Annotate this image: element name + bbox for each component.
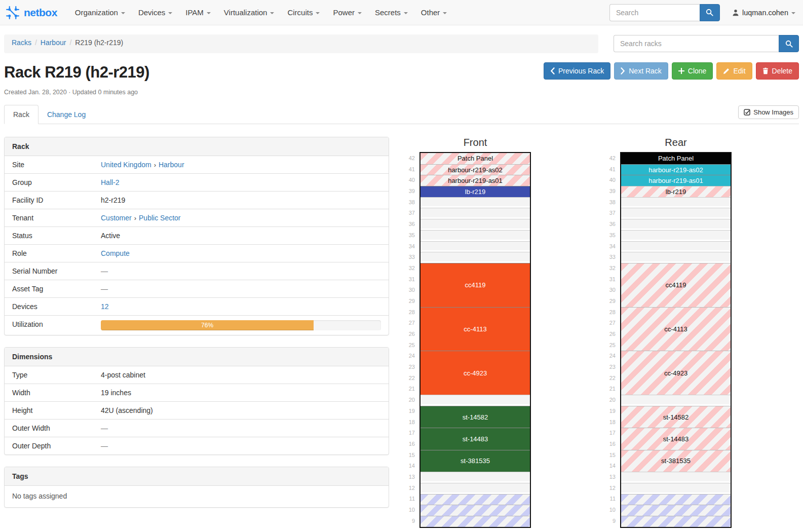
device-cc4119-u32[interactable]: cc4119 — [621, 263, 731, 307]
unit-number: 42 — [605, 153, 620, 164]
attr-value: 42U (ascending) — [101, 402, 389, 419]
device-cc-4113-u28[interactable]: cc-4113 — [420, 307, 530, 351]
reserved-unit-9[interactable] — [420, 516, 530, 527]
link-hall-2[interactable]: Hall-2 — [101, 178, 120, 186]
unit-number: 10 — [605, 505, 620, 516]
device-cc4119-u32[interactable]: cc4119 — [420, 263, 530, 307]
device-cc-4113-u28[interactable]: cc-4113 — [621, 307, 731, 351]
device-lb-r219-u39[interactable]: lb-r219 — [621, 186, 731, 197]
global-search-input[interactable] — [609, 4, 700, 21]
device-st-14483-u17[interactable]: st-14483 — [621, 428, 731, 449]
tags-empty-text: No tags assigned — [5, 486, 389, 507]
empty-unit-34 — [420, 241, 530, 252]
device-cc-4923-u24[interactable]: cc-4923 — [621, 351, 731, 395]
tags-panel-title: Tags — [5, 467, 389, 486]
device-harbour-r219-as02-u41[interactable]: harbour-r219-as02 — [621, 164, 731, 175]
unit-number: 28 — [605, 307, 620, 318]
show-images-button[interactable]: Show Images — [738, 105, 799, 119]
unit-number: 26 — [605, 329, 620, 340]
device-harbour-r219-as01-u40[interactable]: harbour-r219-as01 — [420, 175, 530, 186]
trash-icon — [762, 67, 769, 74]
unit-number: 33 — [404, 252, 419, 263]
attr-row-height: Height42U (ascending) — [5, 401, 389, 419]
empty-unit-13 — [420, 472, 530, 483]
device-st-14483-u17[interactable]: st-14483 — [420, 428, 530, 449]
device-label: Patch Panel — [457, 155, 493, 162]
unit-number: 41 — [404, 164, 419, 175]
device-st-381535-u15[interactable]: st-381535 — [420, 450, 530, 472]
unit-number: 33 — [605, 252, 620, 263]
tab-change-log[interactable]: Change Log — [39, 105, 94, 124]
device-patch-panel-u42[interactable]: Patch Panel — [420, 153, 530, 164]
device-harbour-r219-as01-u40[interactable]: harbour-r219-as01 — [621, 175, 731, 186]
rack-panel-body: SiteUnited Kingdom›HarbourGroupHall-2Fac… — [5, 156, 389, 335]
page-actions: Previous Rack Next Rack Clone Edit — [544, 62, 799, 80]
device-cc-4923-u24[interactable]: cc-4923 — [420, 351, 530, 395]
unit-number: 41 — [605, 164, 620, 175]
unit-number: 27 — [605, 318, 620, 329]
unit-number: 22 — [404, 373, 419, 384]
chevron-down-icon — [121, 12, 125, 14]
attr-row-outer-width: Outer Width— — [5, 419, 389, 437]
nav-menu-ipam[interactable]: IPAM — [179, 0, 217, 25]
rack-search-button[interactable] — [779, 35, 799, 52]
attr-value: h2-r219 — [101, 192, 389, 209]
nav-menu-circuits[interactable]: Circuits — [281, 0, 326, 25]
device-st-14582-u19[interactable]: st-14582 — [621, 406, 731, 428]
unit-number: 11 — [605, 493, 620, 505]
breadcrumb-item-racks[interactable]: Racks — [12, 39, 31, 47]
device-st-381535-u15[interactable]: st-381535 — [621, 450, 731, 472]
unit-number: 31 — [605, 274, 620, 285]
device-label: cc-4923 — [664, 369, 687, 377]
angle-right-icon: › — [134, 214, 136, 222]
edit-button[interactable]: Edit — [716, 62, 752, 80]
device-label: cc4119 — [666, 281, 686, 289]
next-rack-button[interactable]: Next Rack — [614, 62, 668, 80]
tab-rack[interactable]: Rack — [4, 105, 39, 124]
reserved-unit-10[interactable] — [621, 505, 731, 516]
link-united-kingdom[interactable]: United Kingdom — [101, 161, 151, 169]
unit-number: 15 — [605, 450, 620, 461]
reserved-unit-9[interactable] — [621, 516, 731, 527]
link-public-sector[interactable]: Public Sector — [139, 214, 180, 222]
attr-value: 76% — [101, 316, 389, 335]
nav-menu-organization[interactable]: Organization — [68, 0, 132, 25]
rack-search-input[interactable] — [614, 35, 779, 52]
user-menu[interactable]: luqman.cohen — [732, 9, 795, 17]
reserved-unit-11[interactable] — [621, 494, 731, 505]
breadcrumb-item-harbour[interactable]: Harbour — [41, 39, 66, 47]
clone-button[interactable]: Clone — [672, 62, 713, 80]
chevron-down-icon — [358, 12, 362, 14]
device-st-14582-u19[interactable]: st-14582 — [420, 406, 530, 428]
link-harbour[interactable]: Harbour — [159, 161, 184, 169]
nav-menu-virtualization[interactable]: Virtualization — [217, 0, 281, 25]
nav-menu-secrets[interactable]: Secrets — [368, 0, 414, 25]
previous-rack-button[interactable]: Previous Rack — [544, 62, 610, 80]
empty-unit-35 — [621, 230, 731, 241]
front-rack: Patch Panelharbour-r219-as02harbour-r219… — [419, 152, 531, 528]
reserved-unit-11[interactable] — [420, 494, 530, 505]
unit-number: 27 — [404, 318, 419, 329]
empty-unit-20 — [420, 395, 530, 406]
nav-menu-devices[interactable]: Devices — [132, 0, 179, 25]
chevron-down-icon — [207, 12, 211, 14]
link-customer[interactable]: Customer — [101, 214, 132, 222]
breadcrumb-separator: / — [35, 39, 37, 47]
device-label: st-14582 — [463, 413, 488, 421]
link-compute[interactable]: Compute — [101, 249, 130, 257]
netbox-brand[interactable]: netbox — [5, 5, 57, 20]
device-harbour-r219-as02-u41[interactable]: harbour-r219-as02 — [420, 164, 530, 175]
delete-button[interactable]: Delete — [756, 62, 799, 80]
unit-number: 10 — [404, 505, 419, 516]
nav-menu-power[interactable]: Power — [326, 0, 368, 25]
link-12[interactable]: 12 — [101, 302, 109, 311]
device-lb-r219-u39[interactable]: lb-r219 — [420, 186, 530, 197]
netbox-logo-icon — [5, 5, 20, 20]
global-search-button[interactable] — [700, 4, 720, 21]
clone-label: Clone — [688, 67, 707, 75]
attr-value: 19 inches — [101, 384, 389, 401]
chevron-down-icon — [168, 12, 172, 14]
nav-menu-other[interactable]: Other — [414, 0, 454, 25]
reserved-unit-10[interactable] — [420, 505, 530, 516]
device-patch-panel-u42[interactable]: Patch Panel — [621, 153, 731, 164]
